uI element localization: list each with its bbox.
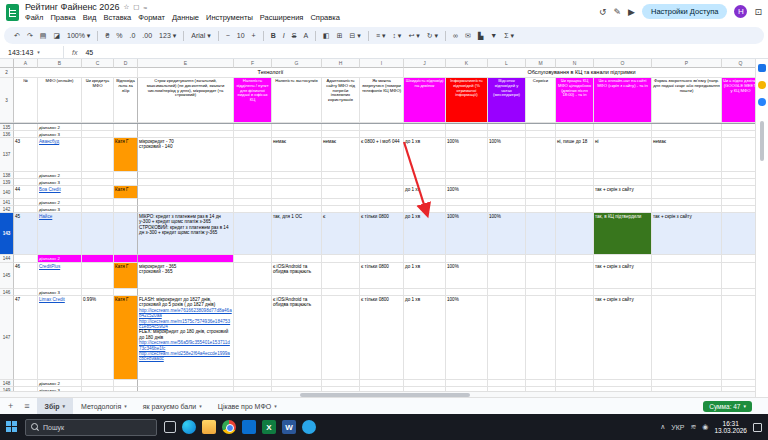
cell-L147[interactable] — [488, 296, 526, 380]
cell-I148[interactable] — [360, 380, 404, 387]
cell-C140[interactable] — [82, 186, 114, 199]
cell-O140[interactable]: так + скрін з сайту — [594, 186, 652, 199]
tasks-icon[interactable] — [758, 98, 766, 106]
cell-F146[interactable] — [234, 289, 272, 296]
cell-P137[interactable]: немає — [652, 138, 722, 172]
cell-P141[interactable] — [652, 199, 722, 206]
column-header-C[interactable]: C — [82, 59, 114, 68]
name-box-caret-icon[interactable]: ▾ — [37, 49, 40, 55]
column-header-G[interactable]: G — [272, 59, 322, 68]
chrome-icon[interactable] — [222, 420, 236, 434]
menu-item-5[interactable]: Формат — [138, 13, 165, 22]
cell-G138[interactable] — [272, 172, 322, 179]
cell-M148[interactable] — [526, 380, 556, 387]
cell-H135[interactable] — [322, 124, 360, 131]
edge-icon[interactable] — [182, 420, 196, 434]
insert-comment-button[interactable]: ✉ — [463, 32, 473, 40]
menu-item-9[interactable]: Справка — [310, 13, 339, 22]
cell-A146[interactable] — [14, 289, 38, 296]
cell-B148[interactable]: діапазон 2 — [38, 380, 82, 387]
cell-P146[interactable] — [652, 289, 722, 296]
star-icon[interactable]: ☆ — [123, 3, 129, 11]
cell-P147[interactable] — [652, 296, 722, 380]
sheet-tab-3[interactable]: як рахуємо бали▾ — [135, 398, 210, 414]
percent-format-button[interactable]: % — [114, 32, 124, 39]
row-header-139[interactable]: 139 — [0, 179, 14, 186]
cell-A141[interactable] — [14, 199, 38, 206]
insert-link-button[interactable]: ∞ — [451, 32, 460, 39]
menu-item-8[interactable]: Расширения — [260, 13, 304, 22]
cell-M144[interactable] — [526, 255, 556, 263]
cell-D145[interactable]: Катя Г — [114, 263, 138, 289]
hidden-icons-chevron-icon[interactable]: ∧ — [660, 423, 665, 431]
cell-B142[interactable]: діапазон 3 — [38, 206, 82, 213]
cell-M146[interactable] — [526, 289, 556, 296]
row-header-136[interactable]: 136 — [0, 131, 14, 138]
cell-K143[interactable]: 100% — [446, 213, 488, 255]
cell-M138[interactable] — [526, 172, 556, 179]
cell-P145[interactable] — [652, 263, 722, 289]
cell-A137[interactable]: 43 — [14, 138, 38, 172]
cell-L138[interactable] — [488, 172, 526, 179]
cell-O146[interactable] — [594, 289, 652, 296]
sum-badge[interactable]: Сумма: 47 ▾ — [703, 401, 752, 412]
cell-E141[interactable] — [138, 199, 234, 206]
cell-M147[interactable] — [526, 296, 556, 380]
cell-I138[interactable] — [360, 172, 404, 179]
cell-P142[interactable] — [652, 206, 722, 213]
cell-J144[interactable] — [404, 255, 446, 263]
cell-C142[interactable] — [82, 206, 114, 213]
sheet-tab-2[interactable]: Методологія▾ — [73, 398, 135, 414]
cell-H138[interactable] — [322, 172, 360, 179]
cell-H147[interactable] — [322, 296, 360, 380]
bold-button[interactable]: B — [269, 32, 278, 39]
cell-O135[interactable] — [594, 124, 652, 131]
start-button-icon[interactable] — [6, 421, 18, 433]
cell-B143[interactable]: Найсе — [38, 213, 82, 255]
cell-M139[interactable] — [526, 179, 556, 186]
sheet-tab-4[interactable]: Цікаве про МФО▾ — [210, 398, 285, 414]
cell-G141[interactable] — [272, 199, 322, 206]
row-header-144[interactable]: 144 — [0, 255, 14, 263]
cell-O144[interactable] — [594, 255, 652, 263]
column-header-L[interactable]: L — [488, 59, 526, 68]
cell-F143[interactable] — [234, 213, 272, 255]
font-size-button[interactable]: 10 — [235, 32, 247, 39]
column-header-E[interactable]: E — [138, 59, 234, 68]
cell-N147[interactable] — [556, 296, 594, 380]
undo-button[interactable]: ↶ — [12, 32, 22, 40]
cell-D148[interactable] — [114, 380, 138, 387]
cell-E144[interactable] — [138, 255, 234, 263]
cell-H139[interactable] — [322, 179, 360, 186]
cell-E148[interactable] — [138, 380, 234, 387]
cell-B146[interactable]: діапазон 3 — [38, 289, 82, 296]
cell-O147[interactable]: так + скрін з сайту — [594, 296, 652, 380]
paint-format-button[interactable]: ◪ — [51, 32, 62, 40]
cell-G143[interactable]: так, для 1 ОС — [272, 213, 322, 255]
cell-J139[interactable] — [404, 179, 446, 186]
cell-K138[interactable] — [446, 172, 488, 179]
cell-E147[interactable]: FLASH: мікрокредит до 1827 днів, строков… — [138, 296, 234, 380]
column-header-M[interactable]: M — [526, 59, 556, 68]
cell-A135[interactable] — [14, 124, 38, 131]
cell-M141[interactable] — [526, 199, 556, 206]
row-header-138[interactable]: 138 — [0, 172, 14, 179]
cell-I136[interactable] — [360, 131, 404, 138]
cell-J142[interactable] — [404, 206, 446, 213]
share-button[interactable]: Настройки Доступа — [642, 4, 727, 19]
cell-N136[interactable] — [556, 131, 594, 138]
telegram-icon[interactable] — [302, 420, 316, 434]
cell-D140[interactable]: Катя Г — [114, 186, 138, 199]
word-icon[interactable]: W — [282, 420, 296, 434]
cell-I144[interactable] — [360, 255, 404, 263]
cell-B140[interactable]: Боа Credit — [38, 186, 82, 199]
cell-L146[interactable] — [488, 289, 526, 296]
borders-button[interactable]: ⊞ — [335, 32, 345, 40]
cell-I137[interactable]: є 0800 + і моб 044 — [360, 138, 404, 172]
cell-M136[interactable] — [526, 131, 556, 138]
cell-F139[interactable] — [234, 179, 272, 186]
cell-J143[interactable]: до 1 хв — [404, 213, 446, 255]
cell-F137[interactable] — [234, 138, 272, 172]
cell-E145[interactable]: мікрокредит - 365строковий - 365 — [138, 263, 234, 289]
font-size-increase-button[interactable]: + — [250, 32, 258, 39]
